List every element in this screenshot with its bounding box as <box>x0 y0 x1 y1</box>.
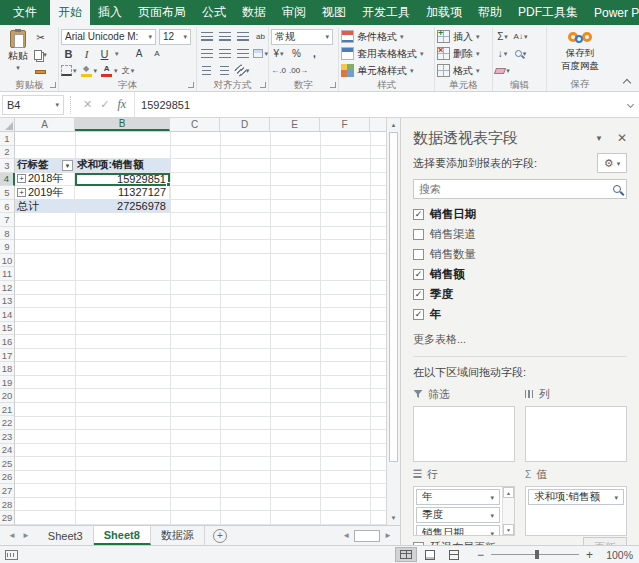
decrease-decimal-button[interactable]: .00→ <box>289 63 308 78</box>
row-header-23[interactable]: 23 <box>0 430 14 444</box>
field-checkbox[interactable] <box>413 229 424 240</box>
pivot-row-label-cell[interactable]: +2018年 <box>15 173 75 187</box>
tab-审阅[interactable]: 审阅 <box>274 0 314 25</box>
field-item[interactable]: ✓销售日期 <box>413 208 627 221</box>
sheet-tab-Sheet3[interactable]: Sheet3 <box>38 526 94 545</box>
add-sheet-button[interactable]: + <box>213 529 227 543</box>
horizontal-scrollbar[interactable]: ◄ ► <box>340 526 394 545</box>
tab-视图[interactable]: 视图 <box>314 0 354 25</box>
horizontal-scroll-thumb[interactable] <box>354 530 380 542</box>
row-header-19[interactable]: 19 <box>0 376 14 390</box>
tab-Power Pivo[interactable]: Power Pivo <box>586 0 639 25</box>
autosum-button[interactable]: Σ▾ <box>495 29 510 44</box>
conditional-formatting-button[interactable]: 条件格式▾ <box>341 28 432 45</box>
more-tables-link[interactable]: 更多表格... <box>413 332 627 347</box>
row-header-10[interactable]: 10 <box>0 254 14 268</box>
tab-开始[interactable]: 开始 <box>50 0 90 25</box>
vertical-scroll-thumb[interactable] <box>389 132 398 462</box>
rows-area-scrollbar[interactable]: ▲ ▼ <box>502 487 514 535</box>
comma-style-button[interactable]: , <box>307 46 322 61</box>
dialog-launcher-icon[interactable] <box>260 82 266 88</box>
cell-styles-button[interactable]: 单元格样式▾ <box>341 62 432 79</box>
row-header-1[interactable]: 1 <box>0 132 14 146</box>
row-header-15[interactable]: 15 <box>0 322 14 336</box>
borders-button[interactable]: ▾ <box>61 63 77 78</box>
page-break-view-button[interactable] <box>443 547 465 562</box>
tab-公式[interactable]: 公式 <box>194 0 234 25</box>
values-area-box[interactable]: 求和项:销售额▾ <box>525 486 627 536</box>
pivot-value-cell[interactable]: 15929851 <box>75 173 170 187</box>
sheet-nav-left-icon[interactable]: ◄ <box>8 531 16 540</box>
tab-帮助[interactable]: 帮助 <box>470 0 510 25</box>
phonetic-button[interactable]: 文▾ <box>121 63 136 78</box>
row-header-24[interactable]: 24 <box>0 444 14 458</box>
zoom-out-button[interactable]: − <box>477 549 484 561</box>
field-checkbox[interactable]: ✓ <box>413 209 424 220</box>
zoom-slider[interactable] <box>491 554 579 555</box>
column-header-F[interactable]: F <box>320 118 370 131</box>
decrease-indent-button[interactable] <box>199 63 214 78</box>
dialog-launcher-icon[interactable] <box>188 82 194 88</box>
column-header-D[interactable]: D <box>220 118 270 131</box>
fill-color-button[interactable]: ◆▾ <box>80 63 98 78</box>
insert-cells-button[interactable]: 插入▾ <box>437 28 490 45</box>
hscroll-right-icon[interactable]: ► <box>382 531 394 540</box>
dialog-launcher-icon[interactable] <box>50 82 56 88</box>
tab-插入[interactable]: 插入 <box>90 0 130 25</box>
field-item[interactable]: ✓季度 <box>413 288 627 301</box>
format-painter-button[interactable] <box>33 64 48 79</box>
page-layout-view-button[interactable] <box>419 547 441 562</box>
zoom-slider-thumb[interactable] <box>535 550 539 559</box>
italic-button[interactable]: I <box>79 46 94 61</box>
row-header-16[interactable]: 16 <box>0 335 14 349</box>
row-header-14[interactable]: 14 <box>0 308 14 322</box>
align-right-button[interactable] <box>235 46 250 61</box>
increase-decimal-button[interactable]: ←.0 <box>271 63 286 78</box>
close-panel-icon[interactable]: ✕ <box>617 131 627 145</box>
grow-font-button[interactable]: A <box>132 46 147 61</box>
row-header-3[interactable]: 3 <box>0 159 14 173</box>
collapse-ribbon-icon[interactable] <box>623 79 631 87</box>
find-select-button[interactable]: ▾ <box>513 46 528 61</box>
mini-scroll-up-icon[interactable]: ▲ <box>503 487 514 498</box>
align-top-button[interactable] <box>199 29 214 44</box>
row-header-27[interactable]: 27 <box>0 484 14 498</box>
row-header-29[interactable]: 29 <box>0 511 14 525</box>
row-header-7[interactable]: 7 <box>0 213 14 227</box>
row-header-8[interactable]: 8 <box>0 227 14 241</box>
sheet-tab-数据源[interactable]: 数据源 <box>151 526 205 545</box>
expand-formula-bar-icon[interactable] <box>621 102 639 107</box>
dialog-launcher-icon[interactable] <box>330 82 336 88</box>
paste-button[interactable]: 粘贴 ▾ <box>3 28 33 79</box>
column-header-C[interactable]: C <box>170 118 220 131</box>
area-field-pill[interactable]: 年▾ <box>416 489 500 505</box>
column-header-A[interactable]: A <box>15 118 75 131</box>
hscroll-left-icon[interactable]: ◄ <box>340 531 352 540</box>
columns-area-box[interactable] <box>525 406 627 462</box>
cancel-icon[interactable]: ✕ <box>83 98 92 111</box>
field-item[interactable]: 销售数量 <box>413 248 627 261</box>
clear-button[interactable]: ▾ <box>495 63 510 78</box>
row-header-26[interactable]: 26 <box>0 471 14 485</box>
wrap-text-button[interactable]: ab <box>253 29 268 44</box>
cut-button[interactable]: ✂ <box>33 30 48 45</box>
font-color-button[interactable]: A▾ <box>100 63 118 78</box>
tab-加载项[interactable]: 加载项 <box>418 0 470 25</box>
field-checkbox[interactable]: ✓ <box>413 289 424 300</box>
align-left-button[interactable] <box>199 46 214 61</box>
pivot-row-label-header[interactable]: 行标签▼ <box>15 159 75 173</box>
tab-PDF工具集[interactable]: PDF工具集 <box>510 0 586 25</box>
increase-indent-button[interactable] <box>217 63 232 78</box>
search-input[interactable] <box>419 183 613 195</box>
area-field-pill[interactable]: 求和项:销售额▾ <box>528 489 624 505</box>
align-center-button[interactable] <box>217 46 232 61</box>
enter-icon[interactable]: ✓ <box>100 98 109 111</box>
font-size-dropdown[interactable]: 12▾ <box>159 29 191 45</box>
field-item[interactable]: ✓年 <box>413 308 627 321</box>
field-item[interactable]: 销售渠道 <box>413 228 627 241</box>
align-middle-button[interactable] <box>217 29 232 44</box>
align-bottom-button[interactable] <box>235 29 250 44</box>
formula-input[interactable]: 15929851 <box>134 92 621 117</box>
row-header-25[interactable]: 25 <box>0 457 14 471</box>
scroll-up-icon[interactable]: ▲ <box>387 118 400 132</box>
